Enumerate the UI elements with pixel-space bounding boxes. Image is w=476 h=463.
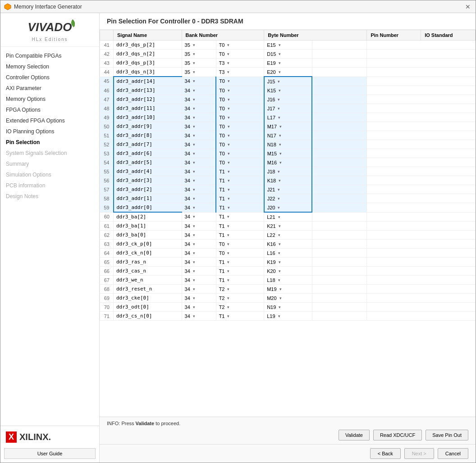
table-row: 52ddr3_addr[7]34▾T0▾N18▾ bbox=[100, 140, 476, 149]
cell-row-num: 66 bbox=[100, 267, 114, 276]
sidebar-item-memory-options[interactable]: Memory Options bbox=[0, 94, 99, 104]
table-row: 61ddr3_ba[1]34▾T1▾K21▾ bbox=[100, 222, 476, 231]
cell-pin-number: K15▾ bbox=[264, 86, 312, 95]
table-row: 51ddr3_addr[8]34▾T0▾N17▾ bbox=[100, 131, 476, 140]
cell-io-standard bbox=[312, 104, 367, 113]
validate-button[interactable]: Validate bbox=[339, 430, 370, 440]
cell-pin-number: M19▾ bbox=[264, 285, 312, 294]
cell-bank-number: 34▾ bbox=[182, 212, 216, 222]
cell-pin-number: L18▾ bbox=[264, 276, 312, 285]
cell-pin-number: L16▾ bbox=[264, 249, 312, 258]
cell-byte-number: T0▾ bbox=[216, 131, 264, 140]
cell-row-num: 69 bbox=[100, 294, 114, 303]
sidebar-item-pin-compatible[interactable]: Pin Compatible FPGAs bbox=[0, 50, 99, 61]
cell-byte-number: T1▾ bbox=[216, 167, 264, 176]
cell-byte-number: T0▾ bbox=[216, 41, 264, 50]
sidebar-item-summary[interactable]: Summary bbox=[0, 159, 99, 169]
cell-io-standard bbox=[312, 240, 367, 249]
cell-signal-name: ddr3_addr[4] bbox=[114, 167, 182, 176]
read-xdc-button[interactable]: Read XDC/UCF bbox=[373, 430, 422, 440]
cell-signal-name: ddr3_addr[7] bbox=[114, 140, 182, 149]
cell-io-standard bbox=[312, 176, 367, 185]
cell-bank-number: 34▾ bbox=[182, 249, 216, 258]
cell-signal-name: ddr3_reset_n bbox=[114, 285, 182, 294]
next-button[interactable]: Next > bbox=[404, 448, 434, 459]
cell-io-standard bbox=[312, 276, 367, 285]
cell-byte-number: T1▾ bbox=[216, 212, 264, 222]
cell-bank-number: 34▾ bbox=[182, 167, 216, 176]
table-row: 48ddr3_addr[11]34▾T0▾J17▾ bbox=[100, 104, 476, 113]
table-row: 55ddr3_addr[4]34▾T1▾J18▾ bbox=[100, 167, 476, 176]
table-row: 68ddr3_reset_n34▾T2▾M19▾ bbox=[100, 285, 476, 294]
cell-bank-number: 34▾ bbox=[182, 294, 216, 303]
cell-bank-number: 34▾ bbox=[182, 258, 216, 267]
title-bar: Memory Interface Generator ✕ bbox=[0, 0, 476, 13]
cell-byte-number: T1▾ bbox=[216, 258, 264, 267]
cell-signal-name: ddr3_addr[2] bbox=[114, 185, 182, 194]
cell-bank-number: 34▾ bbox=[182, 222, 216, 231]
cell-row-num: 54 bbox=[100, 158, 114, 167]
sidebar-item-fpga-options[interactable]: FPGA Options bbox=[0, 104, 99, 115]
cell-pin-number: E15▾ bbox=[264, 41, 312, 50]
sidebar-item-memory-selection[interactable]: Memory Selection bbox=[0, 61, 99, 72]
save-pin-out-button[interactable]: Save Pin Out bbox=[426, 430, 468, 440]
table-row: 56ddr3_addr[3]34▾T1▾K18▾ bbox=[100, 176, 476, 185]
cell-row-num: 51 bbox=[100, 131, 114, 140]
cell-io-standard bbox=[312, 258, 367, 267]
table-row: 54ddr3_addr[5]34▾T0▾M16▾ bbox=[100, 158, 476, 167]
cell-byte-number: T1▾ bbox=[216, 312, 264, 321]
cell-signal-name: ddr3_ras_n bbox=[114, 258, 182, 267]
table-wrapper[interactable]: Signal Name Bank Number Byte Number Pin … bbox=[100, 30, 476, 417]
cancel-button[interactable]: Cancel bbox=[438, 448, 468, 459]
sidebar-item-system-signals-selection[interactable]: System Signals Selection bbox=[0, 148, 99, 159]
svg-marker-0 bbox=[5, 4, 11, 10]
cell-row-num: 59 bbox=[100, 203, 114, 213]
cell-pin-number: M17▾ bbox=[264, 122, 312, 131]
cell-bank-number: 34▾ bbox=[182, 285, 216, 294]
cell-pin-number: D15▾ bbox=[264, 50, 312, 59]
cell-row-num: 50 bbox=[100, 122, 114, 131]
table-row: 43ddr3_dqs_p[3]35▾T3▾E19▾ bbox=[100, 59, 476, 68]
user-guide-button[interactable]: User Guide bbox=[4, 448, 96, 459]
cell-signal-name: ddr3_addr[10] bbox=[114, 113, 182, 122]
cell-signal-name: ddr3_ck_n[0] bbox=[114, 249, 182, 258]
vivado-logo-text: VIVADO bbox=[28, 20, 72, 34]
sidebar-item-pin-selection[interactable]: Pin Selection bbox=[0, 137, 99, 148]
cell-row-num: 62 bbox=[100, 231, 114, 240]
cell-io-standard bbox=[312, 59, 367, 68]
cell-signal-name: ddr3_cke[0] bbox=[114, 294, 182, 303]
sidebar-item-pcb-information[interactable]: PCB information bbox=[0, 180, 99, 191]
main-window: Memory Interface Generator ✕ VIVADO bbox=[0, 0, 476, 463]
close-button[interactable]: ✕ bbox=[464, 3, 472, 11]
sidebar-item-extended-fpga-options[interactable]: Extended FPGA Options bbox=[0, 115, 99, 126]
cell-bank-number: 34▾ bbox=[182, 185, 216, 194]
cell-pin-number: J20▾ bbox=[264, 203, 312, 213]
cell-row-num: 57 bbox=[100, 185, 114, 194]
cell-signal-name: ddr3_addr[11] bbox=[114, 104, 182, 113]
cell-io-standard bbox=[312, 86, 367, 95]
cell-bank-number: 34▾ bbox=[182, 113, 216, 122]
cell-byte-number: T0▾ bbox=[216, 86, 264, 95]
app-icon bbox=[4, 3, 11, 10]
title-text: Memory Interface Generator bbox=[14, 4, 82, 10]
vivado-leaf-icon bbox=[68, 18, 77, 29]
cell-signal-name: ddr3_cas_n bbox=[114, 267, 182, 276]
table-row: 69ddr3_cke[0]34▾T2▾M20▾ bbox=[100, 294, 476, 303]
back-button[interactable]: < Back bbox=[370, 448, 401, 459]
cell-io-standard bbox=[312, 131, 367, 140]
pin-selection-table: Signal Name Bank Number Byte Number Pin … bbox=[100, 30, 476, 321]
sidebar-item-simulation-options[interactable]: Simulation Options bbox=[0, 169, 99, 180]
sidebar: VIVADO HLx Editions Pin Compatible FPGAs… bbox=[0, 13, 100, 463]
sidebar-item-io-planning-options[interactable]: IO Planning Options bbox=[0, 126, 99, 137]
cell-row-num: 65 bbox=[100, 258, 114, 267]
sidebar-item-design-notes[interactable]: Design Notes bbox=[0, 191, 99, 202]
cell-byte-number: T0▾ bbox=[216, 149, 264, 158]
sidebar-logo: VIVADO HLx Editions bbox=[0, 13, 99, 47]
cell-byte-number: T0▾ bbox=[216, 104, 264, 113]
sidebar-item-axi-parameter[interactable]: AXI Parameter bbox=[0, 83, 99, 94]
sidebar-item-controller-options[interactable]: Controller Options bbox=[0, 72, 99, 83]
cell-pin-number: J16▾ bbox=[264, 95, 312, 104]
cell-byte-number: T0▾ bbox=[216, 140, 264, 149]
cell-io-standard bbox=[312, 41, 367, 50]
cell-io-standard bbox=[312, 158, 367, 167]
